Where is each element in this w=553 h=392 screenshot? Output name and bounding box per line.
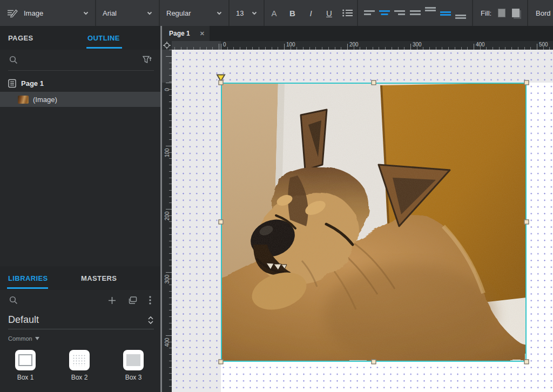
vruler-label: 200 xyxy=(163,212,171,220)
library-item-box3[interactable]: Box 3 xyxy=(117,350,150,381)
box2-label: Box 2 xyxy=(63,374,96,381)
underline-button[interactable]: U xyxy=(320,0,338,26)
page-doc-icon xyxy=(8,79,16,88)
horizontal-ruler[interactable]: 0 100 200 300 400 500 xyxy=(172,41,553,50)
group-header-label: Common xyxy=(8,335,32,342)
group-header-common[interactable]: Common xyxy=(8,335,39,342)
chevron-down-icon xyxy=(147,11,152,15)
align-center-button[interactable] xyxy=(377,0,392,26)
stack-copy-icon[interactable] xyxy=(128,296,137,305)
search-icon[interactable] xyxy=(9,56,18,64)
resize-handle-bottom-left[interactable] xyxy=(219,360,224,364)
resize-handle-middle-left[interactable] xyxy=(219,220,224,225)
widget-type-label: Image xyxy=(24,9,43,17)
resize-handle-middle-right[interactable] xyxy=(524,220,529,225)
app-window: Image Arial Regular 13 A B I xyxy=(0,0,553,392)
box2-thumbnail xyxy=(69,350,90,370)
outline-search-row xyxy=(0,50,162,70)
fill-label: Fill: xyxy=(481,9,491,17)
fill-color-swatch[interactable] xyxy=(498,9,505,17)
align-left-button[interactable] xyxy=(362,0,376,26)
tab-page-1-label: Page 1 xyxy=(169,30,190,37)
bullet-list-button[interactable] xyxy=(339,0,356,26)
resize-handle-top-center[interactable] xyxy=(372,80,376,85)
tab-masters[interactable]: MASTERS xyxy=(81,266,117,290)
tree-item-image[interactable]: (Image) xyxy=(0,92,162,107)
vertical-ruler[interactable]: 0 100 200 300 400 xyxy=(162,50,172,392)
align-right-icon xyxy=(394,9,405,17)
chevron-down-icon xyxy=(83,11,89,15)
font-style-label: Regular xyxy=(166,9,191,17)
add-library-icon[interactable] xyxy=(108,296,116,305)
widget-edit-icon xyxy=(6,8,18,18)
library-item-box2[interactable]: Box 2 xyxy=(63,350,96,381)
libraries-toolbar-row xyxy=(0,290,162,310)
tab-pages[interactable]: PAGES xyxy=(8,26,33,50)
font-size-label: 13 xyxy=(236,9,244,17)
kebab-menu-icon[interactable] xyxy=(149,296,151,305)
tree-item-image-label: (Image) xyxy=(33,96,57,104)
tab-outline[interactable]: OUTLINE xyxy=(87,26,120,50)
hruler-label: 200 xyxy=(349,42,359,48)
sidebar-bottom-tabs: LIBRARIES MASTERS xyxy=(0,266,162,290)
font-family-label: Arial xyxy=(103,9,117,17)
library-select[interactable]: Default xyxy=(8,311,154,329)
hruler-label: 500 xyxy=(539,42,548,48)
tab-outline-underline xyxy=(86,47,122,49)
top-toolbar: Image Arial Regular 13 A B I xyxy=(0,0,553,26)
valign-top-icon xyxy=(425,6,436,20)
tab-libraries[interactable]: LIBRARIES xyxy=(8,266,48,290)
close-icon[interactable]: ✕ xyxy=(200,30,205,37)
vruler-label: 300 xyxy=(163,275,171,283)
tree-item-page[interactable]: Page 1 xyxy=(0,76,162,91)
vruler-label: 100 xyxy=(163,148,171,157)
align-justify-icon xyxy=(410,9,421,17)
box1-label: Box 1 xyxy=(9,374,42,381)
divider xyxy=(8,70,154,71)
search-icon[interactable] xyxy=(9,296,18,305)
image-thumbnail-icon xyxy=(18,96,29,104)
border-label: Bord xyxy=(536,9,550,17)
hruler-major-ticks xyxy=(172,44,553,50)
crosshair-icon xyxy=(163,42,171,49)
bullet-list-icon xyxy=(342,9,353,17)
chevron-down-icon xyxy=(252,11,257,15)
valign-middle-button[interactable] xyxy=(439,0,453,26)
italic-button[interactable]: I xyxy=(302,0,320,26)
resize-handle-bottom-right[interactable] xyxy=(524,360,529,364)
tree-item-page-label: Page 1 xyxy=(21,79,44,87)
resize-handle-top-left[interactable] xyxy=(219,80,224,85)
bold-button[interactable]: B xyxy=(284,0,301,26)
box3-thumbnail xyxy=(123,350,144,370)
resize-handle-bottom-center[interactable] xyxy=(372,360,376,364)
canvas-image-dog[interactable] xyxy=(221,83,527,362)
fill-color-swatch-alt[interactable] xyxy=(512,9,520,17)
tab-page-1[interactable]: Page 1 ✕ xyxy=(162,26,210,41)
valign-top-button[interactable] xyxy=(423,0,437,26)
library-select-value: Default xyxy=(8,314,39,326)
filter-icon[interactable] xyxy=(143,56,152,64)
valign-middle-icon xyxy=(440,6,451,20)
font-style-dropdown[interactable]: Regular xyxy=(160,0,230,26)
align-left-icon xyxy=(364,9,375,17)
align-right-button[interactable] xyxy=(393,0,407,26)
valign-bottom-button[interactable] xyxy=(454,0,468,26)
text-format-group: A B I U xyxy=(265,0,358,26)
library-item-box1[interactable]: Box 1 xyxy=(9,350,42,381)
hruler-label: 400 xyxy=(476,42,485,48)
widget-type-dropdown[interactable]: Image xyxy=(0,0,96,26)
box1-thumbnail xyxy=(15,350,36,370)
design-canvas[interactable] xyxy=(172,50,553,392)
ruler-origin-button[interactable] xyxy=(162,41,172,50)
panel-splitter[interactable] xyxy=(160,26,162,392)
select-arrows-icon xyxy=(147,316,154,325)
font-size-dropdown[interactable]: 13 xyxy=(230,0,265,26)
vruler-label: 0 xyxy=(163,85,171,94)
resize-handle-top-right[interactable] xyxy=(524,80,529,85)
box3-label: Box 3 xyxy=(117,374,150,381)
align-center-icon xyxy=(379,9,390,17)
font-family-dropdown[interactable]: Arial xyxy=(96,0,160,26)
align-justify-button[interactable] xyxy=(408,0,422,26)
vruler-label: 400 xyxy=(163,338,171,347)
font-color-button[interactable]: A xyxy=(265,0,283,26)
